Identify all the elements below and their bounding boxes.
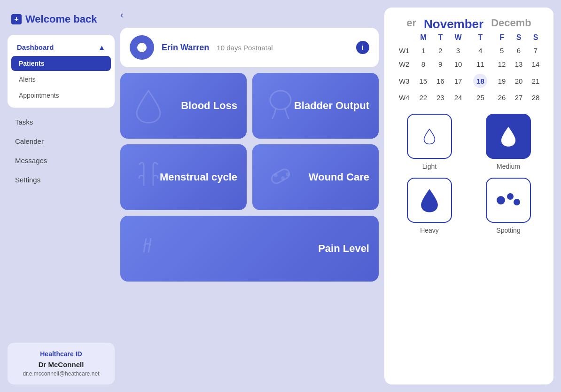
week-col-header (394, 31, 414, 44)
calendar-day[interactable]: 22 (414, 91, 432, 104)
calendar-day[interactable]: 18 (468, 71, 493, 91)
svg-point-6 (507, 193, 514, 200)
prev-month: er (406, 17, 416, 31)
calendar-day[interactable]: 6 (510, 44, 527, 57)
week-label: W1 (394, 44, 414, 57)
calendar-day[interactable]: 4 (468, 44, 493, 57)
bladder-output-card[interactable]: Bladder Output (252, 73, 379, 139)
flow-box-light[interactable] (407, 114, 452, 159)
bladder-output-label: Bladder Output (294, 100, 369, 112)
calendar-day[interactable]: 28 (527, 91, 544, 104)
calendar-day[interactable]: 20 (510, 71, 527, 91)
flow-label-light: Light (422, 163, 436, 170)
calendar-table: M T W T F S S W11234567W2891011121314W31… (394, 31, 544, 104)
pain-icon (130, 229, 177, 268)
main-nav: Tasks Calender Messages Settings (8, 113, 115, 188)
calendar-day[interactable]: 27 (510, 91, 527, 104)
calendar-day[interactable]: 8 (414, 57, 432, 71)
calendar-day[interactable]: 14 (527, 57, 544, 71)
calendar-day[interactable]: 10 (449, 57, 467, 71)
calendar-day[interactable]: 21 (527, 71, 544, 91)
chevron-up-icon: ▲ (98, 43, 105, 51)
sidebar-footer: Healthcare ID Dr McConnell dr.e.mcconnel… (8, 343, 115, 384)
sidebar-nav: Dashboard ▲ Patients Alerts Appointments (8, 35, 115, 108)
next-month: Decemb (491, 17, 531, 31)
pain-level-card[interactable]: Pain Level (120, 216, 379, 282)
calendar-day[interactable]: 26 (493, 91, 510, 104)
flow-label-heavy: Heavy (420, 227, 439, 234)
blood-loss-card[interactable]: Blood Loss (120, 73, 247, 139)
flow-item-spotting: Spotting (473, 178, 544, 234)
calendar-day[interactable]: 9 (432, 57, 449, 71)
calendar-day[interactable]: 12 (493, 57, 510, 71)
week-label: W4 (394, 91, 414, 104)
calendar-day[interactable]: 7 (527, 44, 544, 57)
info-button[interactable]: i (356, 41, 369, 54)
menstrual-cycle-card[interactable]: Menstrual cycle (120, 144, 247, 210)
sidebar-item-tasks[interactable]: Tasks (9, 113, 113, 131)
blood-loss-label: Blood Loss (181, 100, 237, 112)
app-title: Welcome back (25, 13, 97, 25)
week-label: W3 (394, 71, 414, 91)
sidebar-item-appointments[interactable]: Appointments (11, 88, 111, 103)
calendar-day[interactable]: 17 (449, 71, 467, 91)
calendar-day[interactable]: 11 (468, 57, 493, 71)
calendar-day[interactable]: 5 (493, 44, 510, 57)
right-panel: er November Decemb M T W T F S S (384, 8, 553, 384)
dashboard-section[interactable]: Dashboard ▲ (11, 39, 111, 55)
calendar-day[interactable]: 16 (432, 71, 449, 91)
week-label: W2 (394, 57, 414, 71)
sidebar-item-patients[interactable]: Patients (11, 56, 111, 71)
calendar-day[interactable]: 25 (468, 91, 493, 104)
flow-box-heavy[interactable] (407, 178, 452, 223)
wound-icon (262, 157, 299, 197)
sidebar-header: + Welcome back (8, 8, 115, 35)
calendar-day[interactable]: 24 (449, 91, 467, 104)
calendar-day[interactable]: 19 (493, 71, 510, 91)
sidebar-item-alerts[interactable]: Alerts (11, 72, 111, 87)
patient-name: Erin Warren (162, 43, 209, 53)
wound-care-label: Wound Care (309, 171, 369, 183)
flow-item-medium: Medium (473, 114, 544, 170)
svg-point-5 (497, 196, 505, 204)
day-header-wed: W (449, 31, 467, 44)
svg-point-4 (286, 173, 289, 176)
svg-point-2 (274, 174, 277, 177)
doctor-name: Dr McConnell (15, 361, 107, 368)
current-month: November (424, 17, 483, 31)
avatar (130, 35, 154, 60)
flow-label-medium: Medium (497, 163, 520, 170)
flow-item-heavy: Heavy (394, 178, 465, 234)
day-header-sun: S (527, 31, 544, 44)
wound-care-card[interactable]: Wound Care (252, 144, 379, 210)
flow-label-spotting: Spotting (496, 227, 520, 234)
avatar-inner (137, 43, 147, 52)
calendar-header: er November Decemb (394, 17, 544, 31)
sidebar-item-settings[interactable]: Settings (9, 171, 113, 188)
calendar-day[interactable]: 2 (432, 44, 449, 57)
blood-drop-icon (130, 86, 167, 125)
sidebar-item-calender[interactable]: Calender (9, 133, 113, 150)
calendar-section: er November Decemb M T W T F S S (394, 17, 544, 104)
sidebar: + Welcome back Dashboard ▲ Patients Aler… (8, 8, 115, 384)
calendar-day[interactable]: 1 (414, 44, 432, 57)
main-content: ‹ Erin Warren 10 days Postnatal i Blood … (120, 8, 379, 384)
sidebar-item-messages[interactable]: Messages (9, 152, 113, 169)
day-header-fri: F (493, 31, 510, 44)
calendar-day[interactable]: 15 (414, 71, 432, 91)
svg-point-3 (281, 177, 284, 180)
patient-card: Erin Warren 10 days Postnatal i (120, 28, 379, 67)
menstrual-cycle-label: Menstrual cycle (160, 171, 237, 183)
back-button[interactable]: ‹ (120, 8, 124, 22)
svg-point-0 (270, 91, 291, 110)
calendar-day[interactable]: 3 (449, 44, 467, 57)
flow-box-spotting[interactable] (486, 178, 531, 223)
plus-icon: + (11, 14, 22, 24)
calendar-day[interactable]: 13 (510, 57, 527, 71)
pain-level-label: Pain Level (318, 243, 369, 255)
care-cards-grid: Blood Loss Bladder Output (120, 73, 379, 282)
healthcare-id-label: Healthcare ID (15, 350, 107, 358)
patient-info: Erin Warren 10 days Postnatal i (162, 41, 369, 54)
flow-box-medium[interactable] (486, 114, 531, 159)
calendar-day[interactable]: 23 (432, 91, 449, 104)
